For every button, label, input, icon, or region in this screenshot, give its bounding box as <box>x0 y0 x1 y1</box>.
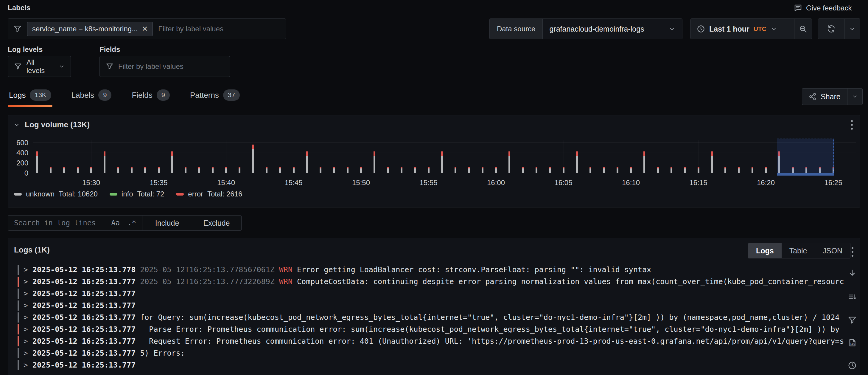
log-row[interactable]: >2025-05-12 16:25:13.777 <box>18 288 844 299</box>
regex-toggle[interactable]: .* <box>127 219 136 227</box>
expand-row-icon[interactable]: > <box>24 301 28 310</box>
feedback-comment-icon <box>794 4 803 12</box>
tab-labels[interactable]: Labels 9 <box>70 89 113 107</box>
case-sensitivity-toggle[interactable]: Aa <box>111 219 120 227</box>
tab-label: Logs <box>9 91 26 100</box>
label-filter-chip[interactable]: service_name = k8s-monitoring... ✕ <box>27 22 153 36</box>
zoom-out-button[interactable] <box>795 25 812 33</box>
legend-item-unknown[interactable]: unknown Total: 10620 <box>14 190 98 198</box>
filter-funnel-icon <box>14 63 22 70</box>
y-axis-label: 600 <box>11 139 28 147</box>
chevron-down-icon <box>669 25 676 32</box>
expand-row-icon[interactable]: > <box>24 337 28 345</box>
log-volume-panel: Log volume (13K) 020040060015:3015:3515:… <box>8 115 860 207</box>
volume-panel-collapse[interactable]: Log volume (13K) <box>13 120 90 129</box>
log-row[interactable]: >2025-05-12 16:25:13.777 <box>18 359 844 371</box>
log-level-indicator <box>18 336 19 346</box>
logql-button[interactable]: LOG <box>846 338 859 348</box>
x-axis-label: 15:50 <box>352 178 370 187</box>
log-row[interactable]: >2025-05-12 16:25:13.777 for Query: sum(… <box>18 312 844 323</box>
log-volume-chart[interactable]: 020040060015:3015:3515:4015:4515:5015:55… <box>33 140 856 173</box>
tab-label: Fields <box>132 91 152 100</box>
datasource-value: grafanacloud-demoinfra-logs <box>549 25 644 33</box>
time-selection-region[interactable] <box>777 139 834 173</box>
tab-badge: 9 <box>98 89 112 101</box>
time-range-picker[interactable]: Last 1 hour UTC <box>691 25 794 33</box>
log-level-indicator <box>18 289 19 299</box>
share-dropdown[interactable] <box>847 94 862 99</box>
give-feedback-link[interactable]: Give feedback <box>794 4 851 12</box>
label-values-input[interactable]: Filter by label values <box>158 25 223 33</box>
tab-patterns[interactable]: Patterns 37 <box>189 89 241 107</box>
share-button[interactable]: Share <box>802 92 847 101</box>
log-line-text: 2025-05-12 16:25:13.777 Request Error: P… <box>32 337 844 345</box>
tab-logs[interactable]: Logs 13K <box>8 89 53 107</box>
logs-panel-menu[interactable] <box>851 247 854 257</box>
x-axis-label: 15:30 <box>82 178 100 187</box>
logs-scrollbar-track[interactable] <box>838 264 838 375</box>
expand-row-icon[interactable]: > <box>24 278 28 286</box>
x-axis-label: 15:40 <box>217 178 235 187</box>
chevron-down-icon <box>771 26 777 32</box>
log-row[interactable]: >2025-05-12 16:25:13.777 Parse Error: Pr… <box>18 323 844 335</box>
log-row[interactable]: >2025-05-12 16:25:13.777 5) Errors: <box>18 347 844 359</box>
log-row[interactable]: >2025-05-12 16:25:13.777 2025-05-12T16:2… <box>18 276 844 288</box>
legend-swatch <box>176 193 184 196</box>
gridline <box>33 163 856 163</box>
legend-total: Total: 2616 <box>207 190 242 198</box>
log-search-input[interactable]: Search in log lines <box>14 219 103 227</box>
chevron-down-icon <box>849 26 856 32</box>
filter-logs-button[interactable] <box>846 315 859 325</box>
exclude-button[interactable]: Exclude <box>192 219 241 227</box>
arrow-down-icon <box>848 268 857 278</box>
x-axis-label: 16:20 <box>757 178 775 187</box>
log-row[interactable]: >2025-05-12 16:25:13.777 Request Error: … <box>18 335 844 347</box>
log-line-text: 2025-05-12 16:25:13.777 <box>32 361 135 369</box>
log-line-text: 2025-05-12 16:25:13.777 for Query: sum(i… <box>32 313 844 322</box>
log-line-text: 2025-05-12 16:25:13.778 2025-05-12T16:25… <box>32 265 651 274</box>
logs-view-switcher: Logs Table JSON <box>748 243 850 258</box>
y-axis-label: 0 <box>11 169 28 177</box>
chart-legend: unknown Total: 10620 info Total: 72 erro… <box>14 190 242 198</box>
log-level-indicator <box>18 348 19 358</box>
expand-row-icon[interactable]: > <box>24 361 28 369</box>
log-levels-dropdown[interactable]: All levels <box>8 56 71 77</box>
legend-item-info[interactable]: info Total: 72 <box>110 190 164 198</box>
expand-row-icon[interactable]: > <box>24 289 28 298</box>
tab-label: Patterns <box>190 91 219 100</box>
datasource-picker[interactable]: Data source grafanacloud-demoinfra-logs <box>489 19 682 39</box>
show-time-button[interactable] <box>846 360 859 371</box>
legend-label: error <box>188 190 203 198</box>
tabs-divider <box>0 107 868 107</box>
legend-item-error[interactable]: error Total: 2616 <box>176 190 242 198</box>
x-axis-label: 15:35 <box>150 178 167 187</box>
chip-close-icon[interactable]: ✕ <box>142 25 148 33</box>
log-levels-value: All levels <box>27 58 54 75</box>
logs-panel: Logs (1K) Logs Table JSON >2025-05-12 16… <box>8 238 860 375</box>
fields-filter-input[interactable]: Filter by label values <box>118 62 184 70</box>
view-json-button[interactable]: JSON <box>815 243 850 258</box>
expand-row-icon[interactable]: > <box>24 325 28 334</box>
refresh-interval-dropdown[interactable] <box>844 26 860 32</box>
legend-swatch <box>14 193 22 196</box>
sort-lines-icon <box>848 292 857 301</box>
sort-order-button[interactable] <box>846 291 859 302</box>
expand-row-icon[interactable]: > <box>24 313 28 322</box>
tab-fields[interactable]: Fields 9 <box>130 89 171 107</box>
log-row[interactable]: >2025-05-12 16:25:13.778 2025-05-12T16:2… <box>18 264 844 276</box>
time-range-label: Last 1 hour <box>709 25 749 33</box>
refresh-button[interactable] <box>818 25 844 33</box>
expand-row-icon[interactable]: > <box>24 266 28 274</box>
log-row[interactable]: >2025-05-12 16:25:13.777 <box>18 299 844 312</box>
include-button[interactable]: Include <box>143 219 192 227</box>
view-logs-button[interactable]: Logs <box>748 243 782 258</box>
expand-row-icon[interactable]: > <box>24 349 28 357</box>
x-axis-label: 15:45 <box>284 178 302 187</box>
legend-label: info <box>122 190 133 198</box>
scroll-to-bottom-button[interactable] <box>846 268 859 279</box>
view-table-button[interactable]: Table <box>782 243 815 258</box>
volume-panel-menu[interactable] <box>851 120 854 130</box>
chevron-down-icon <box>13 122 20 128</box>
log-line-text: 2025-05-12 16:25:13.777 2025-05-12T16:25… <box>32 277 844 286</box>
fields-filter-box[interactable]: Filter by label values <box>99 56 230 77</box>
